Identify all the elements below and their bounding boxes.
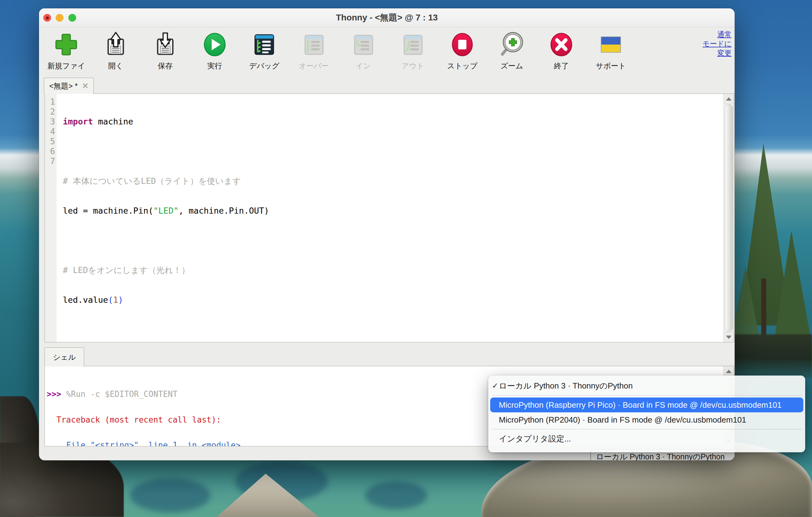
step-over-button: オーバー [289, 27, 339, 77]
code-editor: 1 2 3 4 5 6 7 import machine # 本体についているL… [45, 93, 734, 342]
tab-close-icon[interactable]: ✕ [82, 81, 88, 90]
tab-untitled[interactable]: <無題> * ✕ [44, 78, 94, 94]
mode-link-line: 変更 [702, 48, 731, 58]
run-icon [202, 32, 228, 58]
menu-item-interpreter-settings[interactable]: インタプリタ設定... [488, 431, 805, 446]
toolbar-label: ストップ [438, 61, 487, 71]
code-line: import machine [63, 117, 724, 126]
open-file-icon [103, 32, 129, 58]
line-number: 7 [45, 156, 55, 166]
arrow-up-icon [726, 370, 731, 373]
quit-icon [548, 32, 574, 58]
prompt-token: >>> [47, 390, 61, 399]
step-over-icon [301, 32, 327, 58]
code-token: machine [93, 117, 134, 126]
toolbar-label: オーバー [289, 61, 339, 71]
code-line: # 本体についているLED（ライト）を使います [63, 176, 724, 186]
code-line: led = machine.Pin("LED", machine.Pin.OUT… [63, 206, 724, 216]
desktop: Thonny - <無題> @ 7 : 13 新規ファイ 開く 保存 [0, 0, 812, 517]
line-number-gutter: 1 2 3 4 5 6 7 [45, 94, 57, 342]
step-out-button: アウト [388, 27, 438, 77]
support-button[interactable]: サポート [586, 27, 636, 77]
new-file-button[interactable]: 新規ファイ [41, 27, 91, 77]
step-into-button: イン [339, 27, 388, 77]
toolbar-label: アウト [388, 61, 438, 71]
toolbar-label: 新規ファイ [41, 61, 91, 71]
toolbar-label: イン [339, 61, 388, 71]
menu-item-local-python[interactable]: ✓ ローカル Python 3 · ThonnyのPython [488, 378, 805, 394]
window-title: Thonny - <無題> @ 7 : 13 [39, 8, 735, 27]
save-button[interactable]: 保存 [141, 27, 190, 77]
step-into-icon [350, 32, 376, 58]
menu-item-micropython-pico[interactable]: MicroPython (Raspberry Pi Pico) · Board … [490, 398, 803, 412]
wallpaper-submerged-rock [365, 481, 427, 509]
line-number: 4 [45, 126, 55, 137]
editor-scrollbar[interactable] [724, 94, 734, 342]
comment-token: # LEDをオンにします（光れ！） [63, 265, 190, 275]
string-token: "LED" [153, 206, 179, 216]
toolbar-label: 終了 [536, 61, 586, 71]
scroll-up-button[interactable] [724, 366, 734, 376]
wallpaper-submerged-rock [130, 478, 210, 512]
menu-item-label: ローカル Python 3 · ThonnyのPython [499, 380, 633, 391]
line-number: 6 [45, 146, 55, 156]
traceback-link[interactable]: File "<string>", line 1, in <module> [66, 440, 241, 446]
arrow-down-icon [726, 336, 731, 339]
menu-item-label: インタプリタ設定... [499, 433, 571, 444]
code-token: led.value [63, 295, 108, 305]
zoom-icon [499, 32, 525, 58]
menu-separator [491, 395, 802, 396]
code-area[interactable]: import machine # 本体についているLED（ライト）を使います l… [57, 94, 724, 342]
interpreter-combobox-label: ローカル Python 3 · ThonnyのPython [596, 452, 725, 461]
toolbar-label: 開く [91, 61, 141, 71]
line-number: 2 [45, 107, 55, 117]
mode-link-line: モードに [702, 39, 731, 48]
toolbar-label: ズーム [487, 61, 536, 71]
code-line [63, 146, 724, 156]
paren-token: ( [108, 295, 113, 305]
scroll-down-button[interactable] [724, 332, 734, 342]
editor-tabbar: <無題> * ✕ [39, 77, 735, 94]
line-number: 1 [45, 97, 55, 107]
code-token: , machine.Pin.OUT) [179, 206, 269, 216]
checkmark-icon: ✓ [492, 381, 498, 390]
code-token: led = machine.Pin( [63, 206, 153, 216]
menu-item-micropython-rp2040[interactable]: MicroPython (RP2040) · Board in FS mode … [488, 412, 805, 427]
line-number: 5 [45, 137, 55, 146]
tab-shell[interactable]: シェル [45, 347, 84, 367]
wallpaper-shore [733, 334, 812, 378]
menu-separator [491, 429, 802, 429]
zoom-button[interactable]: ズーム [487, 27, 536, 77]
stderr-token: Traceback (most recent call last): [47, 415, 221, 425]
scrollbar-thumb[interactable] [725, 104, 733, 332]
paren-token: ) [118, 295, 123, 305]
mode-link-line: 通常 [702, 30, 731, 39]
toolbar-label: デバッグ [239, 61, 289, 71]
debug-button[interactable]: デバッグ [239, 27, 289, 77]
keyword-token: import [63, 117, 93, 126]
titlebar[interactable]: Thonny - <無題> @ 7 : 13 [39, 8, 735, 27]
step-out-icon [400, 32, 426, 58]
quit-button[interactable]: 終了 [536, 27, 586, 77]
number-token: 1 [113, 295, 118, 305]
code-line: led.value(1) [63, 295, 724, 305]
menu-item-label: MicroPython (Raspberry Pi Pico) · Board … [499, 400, 782, 410]
toolbar-label: 実行 [190, 61, 239, 71]
toolbar-label: 保存 [141, 61, 190, 71]
shell-tab-label: シェル [53, 352, 76, 362]
switch-to-regular-mode-link[interactable]: 通常 モードに 変更 [702, 30, 731, 58]
tab-label: <無題> * [49, 81, 78, 91]
run-button[interactable]: 実行 [190, 27, 239, 77]
stop-icon [449, 32, 475, 58]
arrow-up-icon [726, 97, 731, 100]
line-number: 3 [45, 117, 55, 126]
stop-button[interactable]: ストップ [438, 27, 487, 77]
menu-item-label: MicroPython (RP2040) · Board in FS mode … [499, 415, 746, 425]
save-icon [152, 32, 178, 58]
debug-icon [251, 32, 277, 58]
indent [47, 440, 66, 446]
magic-command: %Run -c $EDITOR_CONTENT [61, 390, 178, 399]
open-file-button[interactable]: 開く [91, 27, 141, 77]
code-line: # LEDをオンにします（光れ！） [63, 265, 724, 275]
scroll-up-button[interactable] [724, 94, 734, 104]
